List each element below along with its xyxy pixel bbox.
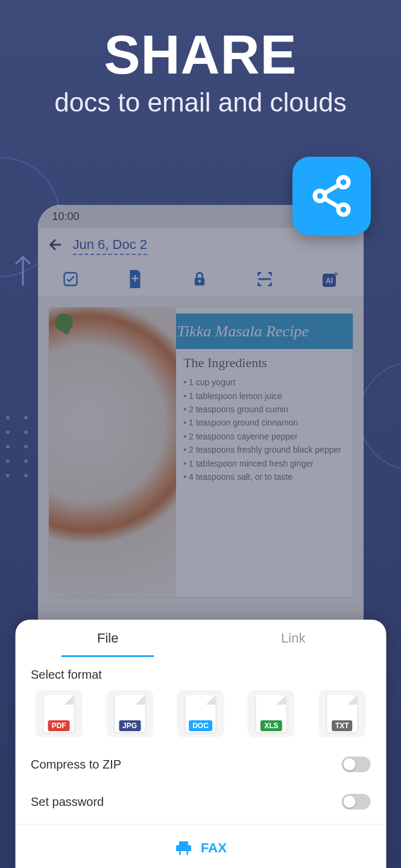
format-badge: JPG [119, 720, 141, 731]
promo-subtitle: docs to email and clouds [0, 87, 401, 118]
fax-button[interactable]: FAX [15, 824, 386, 864]
svg-point-5 [198, 280, 201, 283]
lock-icon [191, 271, 208, 288]
format-badge: PDF [48, 720, 70, 731]
scan-button[interactable] [256, 271, 273, 290]
set-password-row: Set password [15, 783, 386, 820]
scan-icon [256, 271, 273, 288]
share-button[interactable] [292, 157, 371, 235]
svg-point-2 [338, 204, 349, 215]
ingredient-item: 2 teaspoons freshly ground black pepper [183, 443, 345, 456]
svg-point-0 [338, 177, 349, 187]
password-toggle[interactable] [341, 794, 370, 810]
svg-point-1 [315, 191, 325, 201]
document-title[interactable]: Jun 6, Doc 2 [73, 237, 148, 255]
sheet-tabs: File Link [15, 620, 386, 657]
select-tool-button[interactable] [62, 271, 79, 290]
fax-label: FAX [201, 840, 227, 856]
format-badge: TXT [332, 720, 353, 731]
ingredient-item: 1 tablespoon lemon juice [183, 389, 345, 403]
decorative-arrow-icon [12, 253, 34, 289]
format-badge: DOC [189, 720, 212, 731]
format-doc[interactable]: DOC [177, 690, 224, 737]
format-list: PDF JPG DOC XLS TXT [15, 690, 386, 746]
toolbar: AI [38, 264, 364, 297]
add-page-button[interactable] [127, 270, 143, 291]
printer-icon [174, 839, 192, 857]
lock-button[interactable] [191, 271, 208, 290]
recipe-image [49, 307, 177, 597]
decorative-circle [359, 362, 401, 470]
compress-label: Compress to ZIP [31, 758, 121, 772]
ingredients-list: 1 cup yogurt 1 tablespoon lemon juice 2 … [183, 376, 345, 483]
svg-text:AI: AI [326, 277, 333, 285]
compress-toggle[interactable] [341, 756, 370, 772]
back-arrow-icon [48, 236, 65, 253]
svg-rect-8 [180, 851, 186, 855]
ingredients-heading: The Ingredients [183, 355, 345, 371]
format-pdf[interactable]: PDF [36, 690, 83, 737]
ai-button[interactable]: AI [321, 270, 339, 291]
share-icon [308, 172, 355, 219]
format-badge: XLS [260, 720, 282, 731]
ingredient-item: 2 teaspoons ground cumin [183, 403, 345, 416]
share-sheet: File Link Select format PDF JPG DOC XLS … [15, 620, 386, 868]
ingredient-item: 1 tablespoon minced fresh ginger [183, 457, 345, 470]
format-xls[interactable]: XLS [248, 690, 295, 737]
ingredient-item: 4 teaspoons salt, or to taste [183, 470, 345, 483]
status-time: 10:00 [52, 210, 80, 223]
compress-zip-row: Compress to ZIP [15, 746, 386, 783]
format-txt[interactable]: TXT [318, 690, 365, 737]
ingredient-item: 1 cup yogurt [183, 376, 345, 389]
add-file-icon [127, 270, 143, 288]
tab-link[interactable]: Link [201, 620, 387, 657]
select-format-label: Select format [15, 657, 386, 690]
ingredient-item: 2 teaspoons cayenne pepper [183, 430, 345, 443]
checkbox-icon [62, 271, 79, 288]
ingredient-item: 1 teaspoon ground cinnamon [183, 416, 345, 429]
back-button[interactable] [48, 236, 65, 256]
ai-sparkle-icon: AI [321, 270, 339, 288]
promo-title: SHARE [0, 24, 401, 86]
format-jpg[interactable]: JPG [106, 690, 153, 737]
tab-file[interactable]: File [15, 620, 201, 657]
document-preview[interactable]: Chicken Tikka Masala Recipe The Ingredie… [49, 307, 353, 597]
password-label: Set password [31, 795, 104, 809]
